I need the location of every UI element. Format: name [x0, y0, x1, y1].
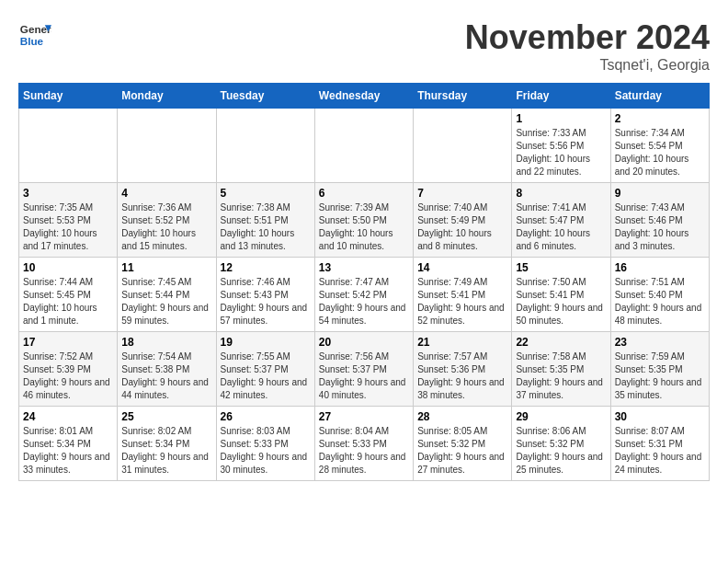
table-row: 11Sunrise: 7:45 AM Sunset: 5:44 PM Dayli…: [118, 258, 216, 332]
svg-text:Blue: Blue: [20, 35, 44, 47]
table-row: 21Sunrise: 7:57 AM Sunset: 5:36 PM Dayli…: [414, 332, 512, 407]
day-number: 27: [319, 410, 409, 423]
day-number: 28: [417, 410, 507, 423]
day-number: 2: [615, 112, 705, 125]
table-row: 26Sunrise: 8:03 AM Sunset: 5:33 PM Dayli…: [216, 407, 314, 481]
day-number: 29: [516, 410, 606, 423]
day-info: Sunrise: 8:01 AM Sunset: 5:34 PM Dayligh…: [23, 425, 113, 477]
header-monday: Monday: [118, 84, 216, 109]
day-info: Sunrise: 8:07 AM Sunset: 5:31 PM Dayligh…: [615, 425, 705, 477]
calendar-header-row: Sunday Monday Tuesday Wednesday Thursday…: [19, 84, 710, 109]
day-info: Sunrise: 7:46 AM Sunset: 5:43 PM Dayligh…: [221, 276, 311, 327]
table-row: 29Sunrise: 8:06 AM Sunset: 5:32 PM Dayli…: [512, 407, 610, 481]
day-number: 18: [121, 336, 211, 349]
calendar-week-row: 1Sunrise: 7:33 AM Sunset: 5:56 PM Daylig…: [19, 109, 710, 183]
calendar-week-row: 17Sunrise: 7:52 AM Sunset: 5:39 PM Dayli…: [19, 332, 710, 407]
day-number: 1: [516, 112, 606, 125]
day-info: Sunrise: 7:34 AM Sunset: 5:54 PM Dayligh…: [615, 127, 705, 178]
table-row: 19Sunrise: 7:55 AM Sunset: 5:37 PM Dayli…: [216, 332, 314, 407]
day-info: Sunrise: 8:06 AM Sunset: 5:32 PM Dayligh…: [516, 425, 606, 477]
day-info: Sunrise: 7:47 AM Sunset: 5:42 PM Dayligh…: [319, 276, 409, 327]
table-row: 27Sunrise: 8:04 AM Sunset: 5:33 PM Dayli…: [314, 407, 413, 481]
table-row: 12Sunrise: 7:46 AM Sunset: 5:43 PM Dayli…: [216, 258, 314, 332]
header-saturday: Saturday: [610, 84, 709, 109]
table-row: 22Sunrise: 7:58 AM Sunset: 5:35 PM Dayli…: [512, 332, 610, 407]
day-info: Sunrise: 8:03 AM Sunset: 5:33 PM Dayligh…: [221, 425, 311, 477]
day-info: Sunrise: 7:33 AM Sunset: 5:56 PM Dayligh…: [516, 127, 606, 178]
day-info: Sunrise: 7:36 AM Sunset: 5:52 PM Dayligh…: [121, 201, 211, 253]
logo: General Blue: [18, 18, 51, 52]
day-info: Sunrise: 7:39 AM Sunset: 5:50 PM Dayligh…: [319, 201, 409, 253]
page-header: General Blue November 2024 Tsqnet'i, Geo…: [18, 18, 710, 74]
table-row: 9Sunrise: 7:43 AM Sunset: 5:46 PM Daylig…: [610, 183, 709, 258]
day-number: 15: [516, 261, 606, 274]
day-number: 4: [121, 187, 211, 200]
table-row: 16Sunrise: 7:51 AM Sunset: 5:40 PM Dayli…: [610, 258, 709, 332]
day-info: Sunrise: 8:05 AM Sunset: 5:32 PM Dayligh…: [417, 425, 507, 477]
day-number: 23: [615, 336, 705, 349]
day-info: Sunrise: 7:38 AM Sunset: 5:51 PM Dayligh…: [221, 201, 311, 253]
day-info: Sunrise: 7:40 AM Sunset: 5:49 PM Dayligh…: [417, 201, 507, 253]
day-number: 6: [319, 187, 409, 200]
calendar-week-row: 10Sunrise: 7:44 AM Sunset: 5:45 PM Dayli…: [19, 258, 710, 332]
title-area: November 2024 Tsqnet'i, Georgia: [465, 18, 710, 74]
day-number: 7: [417, 187, 507, 200]
svg-text:General: General: [20, 23, 51, 35]
table-row: 8Sunrise: 7:41 AM Sunset: 5:47 PM Daylig…: [512, 183, 610, 258]
table-row: 24Sunrise: 8:01 AM Sunset: 5:34 PM Dayli…: [19, 407, 118, 481]
month-title: November 2024: [465, 18, 710, 57]
day-info: Sunrise: 7:54 AM Sunset: 5:38 PM Dayligh…: [121, 350, 211, 402]
table-row: 4Sunrise: 7:36 AM Sunset: 5:52 PM Daylig…: [118, 183, 216, 258]
table-row: 10Sunrise: 7:44 AM Sunset: 5:45 PM Dayli…: [19, 258, 118, 332]
table-row: 14Sunrise: 7:49 AM Sunset: 5:41 PM Dayli…: [414, 258, 512, 332]
day-number: 14: [417, 261, 507, 274]
day-number: 21: [417, 336, 507, 349]
calendar-table: Sunday Monday Tuesday Wednesday Thursday…: [18, 83, 710, 481]
day-info: Sunrise: 7:35 AM Sunset: 5:53 PM Dayligh…: [23, 201, 113, 253]
table-row: 3Sunrise: 7:35 AM Sunset: 5:53 PM Daylig…: [19, 183, 118, 258]
calendar-week-row: 3Sunrise: 7:35 AM Sunset: 5:53 PM Daylig…: [19, 183, 710, 258]
logo-icon: General Blue: [18, 18, 51, 52]
header-tuesday: Tuesday: [216, 84, 314, 109]
table-row: 17Sunrise: 7:52 AM Sunset: 5:39 PM Dayli…: [19, 332, 118, 407]
day-number: 10: [23, 261, 113, 274]
day-number: 12: [221, 261, 311, 274]
day-info: Sunrise: 7:44 AM Sunset: 5:45 PM Dayligh…: [23, 276, 113, 327]
table-row: 5Sunrise: 7:38 AM Sunset: 5:51 PM Daylig…: [216, 183, 314, 258]
header-sunday: Sunday: [19, 84, 118, 109]
day-number: 9: [615, 187, 705, 200]
day-info: Sunrise: 7:50 AM Sunset: 5:41 PM Dayligh…: [516, 276, 606, 327]
day-info: Sunrise: 7:49 AM Sunset: 5:41 PM Dayligh…: [417, 276, 507, 327]
day-info: Sunrise: 7:58 AM Sunset: 5:35 PM Dayligh…: [516, 350, 606, 402]
table-row: 18Sunrise: 7:54 AM Sunset: 5:38 PM Dayli…: [118, 332, 216, 407]
table-row: [414, 109, 512, 183]
day-number: 22: [516, 336, 606, 349]
day-info: Sunrise: 8:02 AM Sunset: 5:34 PM Dayligh…: [121, 425, 211, 477]
day-info: Sunrise: 7:59 AM Sunset: 5:35 PM Dayligh…: [615, 350, 705, 402]
day-info: Sunrise: 7:51 AM Sunset: 5:40 PM Dayligh…: [615, 276, 705, 327]
table-row: 7Sunrise: 7:40 AM Sunset: 5:49 PM Daylig…: [414, 183, 512, 258]
table-row: 30Sunrise: 8:07 AM Sunset: 5:31 PM Dayli…: [610, 407, 709, 481]
calendar-week-row: 24Sunrise: 8:01 AM Sunset: 5:34 PM Dayli…: [19, 407, 710, 481]
day-number: 20: [319, 336, 409, 349]
table-row: 2Sunrise: 7:34 AM Sunset: 5:54 PM Daylig…: [610, 109, 709, 183]
day-info: Sunrise: 7:52 AM Sunset: 5:39 PM Dayligh…: [23, 350, 113, 402]
day-number: 16: [615, 261, 705, 274]
table-row: 6Sunrise: 7:39 AM Sunset: 5:50 PM Daylig…: [314, 183, 413, 258]
table-row: [314, 109, 413, 183]
table-row: [19, 109, 118, 183]
table-row: 23Sunrise: 7:59 AM Sunset: 5:35 PM Dayli…: [610, 332, 709, 407]
day-info: Sunrise: 7:41 AM Sunset: 5:47 PM Dayligh…: [516, 201, 606, 253]
day-number: 5: [221, 187, 311, 200]
day-number: 3: [23, 187, 113, 200]
table-row: 20Sunrise: 7:56 AM Sunset: 5:37 PM Dayli…: [314, 332, 413, 407]
table-row: 15Sunrise: 7:50 AM Sunset: 5:41 PM Dayli…: [512, 258, 610, 332]
day-number: 17: [23, 336, 113, 349]
day-number: 24: [23, 410, 113, 423]
table-row: 28Sunrise: 8:05 AM Sunset: 5:32 PM Dayli…: [414, 407, 512, 481]
day-info: Sunrise: 7:56 AM Sunset: 5:37 PM Dayligh…: [319, 350, 409, 402]
day-info: Sunrise: 7:55 AM Sunset: 5:37 PM Dayligh…: [221, 350, 311, 402]
header-wednesday: Wednesday: [314, 84, 413, 109]
table-row: 1Sunrise: 7:33 AM Sunset: 5:56 PM Daylig…: [512, 109, 610, 183]
table-row: 13Sunrise: 7:47 AM Sunset: 5:42 PM Dayli…: [314, 258, 413, 332]
